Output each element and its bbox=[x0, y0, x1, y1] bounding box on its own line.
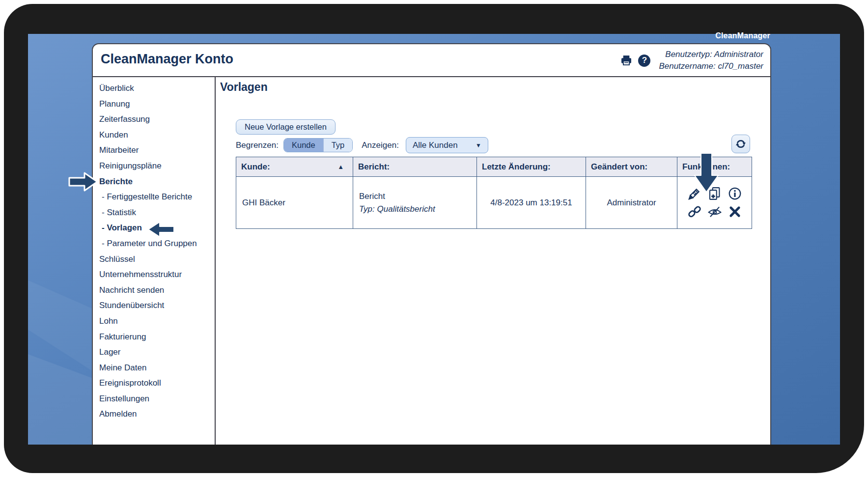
sidebar-item-ueberblick[interactable]: Überblick bbox=[93, 81, 215, 96]
table-row: GHI Bäcker Bericht Typ: Qualitätsbericht… bbox=[236, 177, 752, 229]
bericht-typ: Typ: Qualitätsbericht bbox=[359, 203, 476, 216]
bericht-name: Bericht bbox=[359, 190, 476, 203]
show-label: Anzeigen: bbox=[362, 140, 399, 150]
column-header-letzte-aenderung[interactable]: Letzte Änderung: bbox=[477, 157, 586, 177]
user-name: Benutzername: cl70_master bbox=[659, 60, 763, 72]
printer-icon bbox=[620, 54, 633, 67]
sidebar-item-unternehmensstruktur[interactable]: Unternehmensstruktur bbox=[93, 267, 215, 282]
user-type: Benutzertyp: Administrator bbox=[659, 49, 763, 60]
limit-option-kunde[interactable]: Kunde bbox=[284, 139, 323, 152]
hide-icon bbox=[707, 204, 722, 219]
user-info: Benutzertyp: Administrator Benutzername:… bbox=[659, 49, 763, 72]
copy-button[interactable] bbox=[707, 186, 723, 201]
sidebar-item-lager[interactable]: Lager bbox=[93, 344, 215, 360]
sidebar-item-meine-daten[interactable]: Meine Daten bbox=[93, 360, 215, 376]
copy-icon bbox=[707, 186, 722, 201]
sidebar-item-planung[interactable]: Planung bbox=[93, 96, 215, 112]
link-button[interactable] bbox=[687, 204, 702, 220]
sidebar-item-berichte[interactable]: Berichte bbox=[93, 174, 215, 190]
filter-row: Begrenzen: Kunde Typ Anzeigen: Alle Kund… bbox=[236, 137, 488, 153]
cell-funktionen bbox=[677, 177, 752, 229]
templates-table: Kunde: ▲ Bericht: Letzte Änderung: Geänd… bbox=[236, 157, 752, 229]
column-header-bericht[interactable]: Bericht: bbox=[353, 157, 477, 177]
sidebar-item-kunden[interactable]: Kunden bbox=[93, 127, 215, 143]
app-header: CleanManager Konto ? Benutzertyp: Admini… bbox=[93, 44, 770, 77]
sidebar-item-schluessel[interactable]: Schlüssel bbox=[93, 252, 215, 267]
sidebar-item-statistik[interactable]: - Statistik bbox=[93, 205, 215, 221]
sidebar-item-parameter-und-gruppen[interactable]: - Parameter und Gruppen bbox=[93, 236, 215, 252]
hide-button[interactable] bbox=[707, 204, 723, 220]
column-header-kunde[interactable]: Kunde: ▲ bbox=[236, 157, 353, 177]
delete-button[interactable] bbox=[727, 204, 743, 220]
sidebar-item-vorlagen[interactable]: - Vorlagen bbox=[93, 220, 215, 236]
sidebar-item-fakturierung[interactable]: Fakturierung bbox=[93, 329, 215, 345]
sidebar-item-mitarbeiter[interactable]: Mitarbeiter bbox=[93, 142, 215, 158]
chevron-down-icon: ▼ bbox=[476, 142, 481, 149]
table-header-row: Kunde: ▲ Bericht: Letzte Änderung: Geänd… bbox=[236, 157, 752, 177]
main-content: Vorlagen Neue Vorlage erstellen Begrenze… bbox=[216, 77, 770, 445]
delete-icon bbox=[728, 205, 742, 219]
column-label: Kunde: bbox=[241, 162, 270, 172]
customer-filter-dropdown[interactable]: Alle Kunden ▼ bbox=[406, 137, 488, 153]
refresh-button[interactable] bbox=[731, 135, 750, 153]
sidebar-item-einstellungen[interactable]: Einstellungen bbox=[93, 391, 215, 407]
column-header-funktionen[interactable]: Funktionen: bbox=[677, 157, 752, 177]
sidebar-item-zeiterfassung[interactable]: Zeiterfassung bbox=[93, 112, 215, 127]
column-header-geaendert-von[interactable]: Geändert von: bbox=[586, 157, 677, 177]
sidebar-item-abmelden[interactable]: Abmelden bbox=[93, 406, 215, 422]
refresh-icon bbox=[735, 138, 747, 150]
dropdown-selected-value: Alle Kunden bbox=[413, 140, 458, 150]
header-actions: ? Benutzertyp: Administrator Benutzernam… bbox=[619, 49, 763, 72]
row-actions bbox=[686, 186, 744, 220]
sidebar-item-lohn[interactable]: Lohn bbox=[93, 313, 215, 329]
sidebar-nav: Überblick Planung Zeiterfassung Kunden M… bbox=[93, 77, 216, 445]
sidebar-item-reinigungsplaene[interactable]: Reinigungspläne bbox=[93, 158, 215, 174]
cell-letzte-aenderung: 4/8-2023 um 13:19:51 bbox=[477, 177, 586, 229]
edit-icon bbox=[687, 186, 702, 201]
sidebar-item-nachricht-senden[interactable]: Nachricht senden bbox=[93, 282, 215, 298]
page-title: CleanManager Konto bbox=[101, 52, 233, 67]
cell-kunde: GHI Bäcker bbox=[236, 177, 353, 229]
sidebar-item-stundenuebersicht[interactable]: Stundenübersicht bbox=[93, 298, 215, 313]
screenshot-stage: CleanManager CleanManager Konto ? Benutz… bbox=[0, 0, 868, 477]
help-button[interactable]: ? bbox=[638, 55, 650, 67]
cell-bericht: Bericht Typ: Qualitätsbericht bbox=[353, 177, 477, 229]
edit-button[interactable] bbox=[687, 186, 702, 201]
link-icon bbox=[687, 204, 702, 219]
info-button[interactable] bbox=[727, 186, 743, 201]
sidebar-item-ereignisprotokoll[interactable]: Ereignisprotokoll bbox=[93, 375, 215, 391]
app-body: Überblick Planung Zeiterfassung Kunden M… bbox=[93, 77, 770, 445]
cell-geaendert-von: Administrator bbox=[586, 177, 677, 229]
limit-option-typ[interactable]: Typ bbox=[323, 139, 353, 152]
limit-segmented-control: Kunde Typ bbox=[283, 138, 353, 152]
app-window: CleanManager Konto ? Benutzertyp: Admini… bbox=[92, 43, 771, 445]
print-button[interactable] bbox=[619, 54, 633, 67]
create-template-button[interactable]: Neue Vorlage erstellen bbox=[236, 119, 336, 135]
content-heading: Vorlagen bbox=[220, 81, 268, 94]
sort-ascending-icon: ▲ bbox=[337, 163, 344, 170]
sidebar-item-fertiggestellte-berichte[interactable]: - Fertiggestellte Berichte bbox=[93, 189, 215, 205]
limit-label: Begrenzen: bbox=[236, 140, 279, 150]
info-icon bbox=[728, 186, 742, 201]
browser-brand-label: CleanManager bbox=[28, 31, 770, 40]
